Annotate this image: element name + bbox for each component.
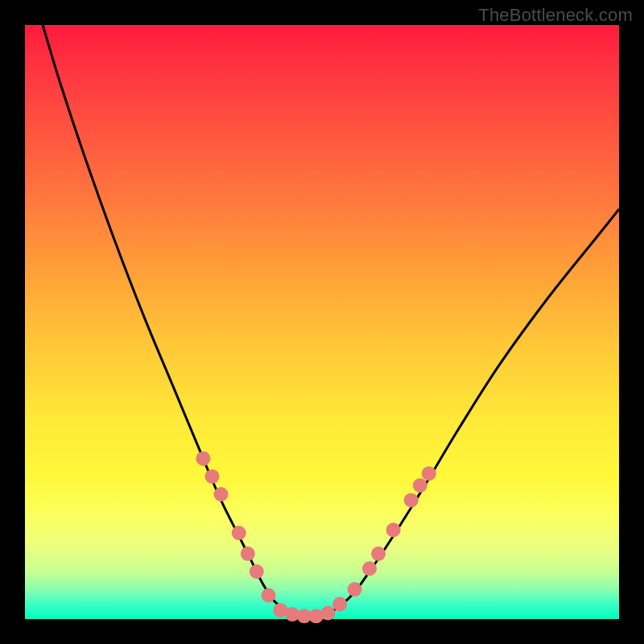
chart-marker [262,588,276,603]
chart-marker [205,469,220,484]
chart-plot-area [25,25,619,619]
chart-marker [232,526,246,540]
chart-marker [214,487,229,502]
chart-marker [241,547,255,561]
chart-svg [25,25,619,619]
chart-marker [362,561,377,576]
chart-marker [332,597,347,612]
chart-markers [196,452,436,624]
chart-marker [371,547,386,561]
chart-marker [386,522,401,537]
watermark-text: TheBottleneck.com [478,5,633,26]
chart-marker [320,606,335,621]
chart-marker [196,452,210,466]
chart-marker [348,582,362,597]
chart-marker [250,564,264,579]
chart-curve [43,25,619,617]
chart-frame: TheBottleneck.com [0,0,644,644]
chart-marker [422,466,436,481]
chart-marker [404,493,419,507]
chart-marker [413,478,427,493]
